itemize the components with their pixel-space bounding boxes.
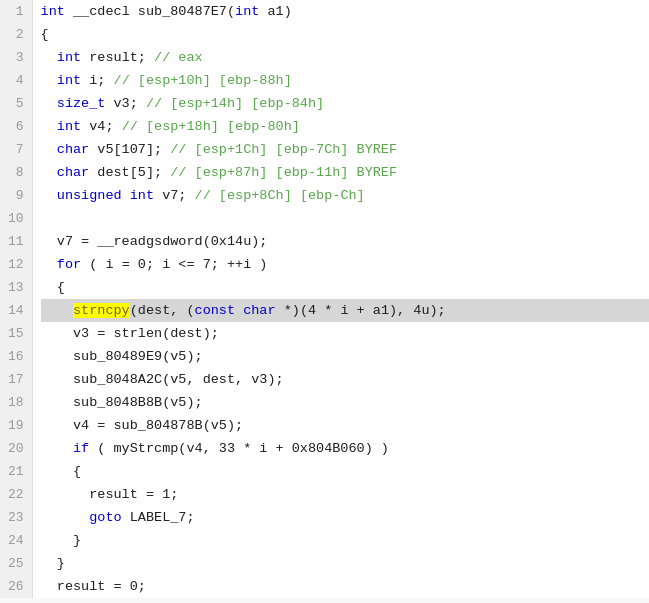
line-number: 15 [8,322,24,345]
plain-text: v4; [81,119,122,134]
keyword-type: int [57,50,81,65]
plain-text [41,50,57,65]
plain-text: dest[5]; [89,165,170,180]
plain-text: v3 = strlen(dest); [41,326,219,341]
plain-text [41,510,90,525]
code-line: } [41,529,649,552]
plain-text: v7; [154,188,195,203]
keyword-type: int [130,188,154,203]
keyword: for [57,257,81,272]
comment: // [esp+10h] [ebp-88h] [114,73,292,88]
code-line: goto LABEL_7; [41,506,649,529]
line-number: 6 [8,115,24,138]
line-number: 1 [8,0,24,23]
line-number: 9 [8,184,24,207]
keyword-type: int [57,73,81,88]
plain-text: { [41,464,82,479]
plain-text: result = 1; [41,487,179,502]
line-number: 26 [8,575,24,598]
code-line: int v4; // [esp+18h] [ebp-80h] [41,115,649,138]
comment: // [esp+14h] [ebp-84h] [146,96,324,111]
code-line: for ( i = 0; i <= 7; ++i ) [41,253,649,276]
line-number: 20 [8,437,24,460]
plain-text: v3; [105,96,146,111]
plain-text: { [41,27,49,42]
plain-text [41,441,73,456]
keyword-type: char [57,165,89,180]
code-line: { [41,23,649,46]
comment: // [esp+8Ch] [ebp-Ch] [195,188,365,203]
plain-text: i; [81,73,113,88]
line-number: 12 [8,253,24,276]
code-line: strncpy(dest, (const char *)(4 * i + a1)… [41,299,649,322]
plain-text: } [41,556,65,571]
code-line: { [41,276,649,299]
code-line: size_t v3; // [esp+14h] [ebp-84h] [41,92,649,115]
plain-text: result = 0; [41,579,146,594]
line-number: 4 [8,69,24,92]
plain-text [41,119,57,134]
plain-text: v4 = sub_804878B(v5); [41,418,244,433]
code-line: int __cdecl sub_80487E7(int a1) [41,0,649,23]
line-number: 3 [8,46,24,69]
code-line: int result; // eax [41,46,649,69]
code-viewer: 1234567891011121314151617181920212223242… [0,0,649,598]
line-numbers: 1234567891011121314151617181920212223242… [0,0,33,598]
line-number: 24 [8,529,24,552]
line-number: 21 [8,460,24,483]
plain-text: } [41,533,82,548]
line-number: 16 [8,345,24,368]
keyword-type: size_t [57,96,106,111]
code-content: int __cdecl sub_80487E7(int a1){ int res… [33,0,649,598]
line-number: 10 [8,207,24,230]
keyword: if [73,441,89,456]
code-line: char v5[107]; // [esp+1Ch] [ebp-7Ch] BYR… [41,138,649,161]
plain-text: *)(4 * i + a1), 4u); [276,303,446,318]
line-number: 23 [8,506,24,529]
code-line: { [41,460,649,483]
plain-text [235,303,243,318]
line-number: 8 [8,161,24,184]
plain-text: v5[107]; [89,142,170,157]
keyword-type: char [243,303,275,318]
code-line: sub_8048A2C(v5, dest, v3); [41,368,649,391]
line-number: 11 [8,230,24,253]
line-number: 22 [8,483,24,506]
code-line: v7 = __readgsdword(0x14u); [41,230,649,253]
highlighted-function: strncpy [73,303,130,318]
plain-text: __cdecl sub_80487E7( [65,4,235,19]
code-line: v4 = sub_804878B(v5); [41,414,649,437]
plain-text: sub_8048 [41,349,138,364]
plain-text: ( i = 0; i <= 7; ++i ) [81,257,267,272]
plain-text: result; [81,50,154,65]
keyword-type: int [41,4,65,19]
plain-text [41,188,57,203]
code-line [41,207,649,230]
keyword-type: unsigned [57,188,122,203]
plain-text [41,165,57,180]
code-line: result = 0; [41,575,649,598]
line-number: 13 [8,276,24,299]
line-number: 7 [8,138,24,161]
code-line: if ( myStrcmp(v4, 33 * i + 0x804B060) ) [41,437,649,460]
line-number: 5 [8,92,24,115]
keyword-type: int [235,4,259,19]
plain-text: a1) [259,4,291,19]
code-line: unsigned int v7; // [esp+8Ch] [ebp-Ch] [41,184,649,207]
plain-text [41,257,57,272]
plain-text [41,142,57,157]
code-line: sub_8048B8B(v5); [41,391,649,414]
plain-text: (dest, ( [130,303,195,318]
line-number: 18 [8,391,24,414]
line-number: 2 [8,23,24,46]
code-line: char dest[5]; // [esp+87h] [ebp-11h] BYR… [41,161,649,184]
plain-text: LABEL_7; [122,510,195,525]
plain-text: v7 = __readgsdword(0x14u); [41,234,268,249]
plain-text: { [41,280,65,295]
keyword-type: int [57,119,81,134]
comment: // [esp+18h] [ebp-80h] [122,119,300,134]
code-line: } [41,552,649,575]
keyword-type: const [195,303,236,318]
line-number: 19 [8,414,24,437]
keyword: goto [89,510,121,525]
